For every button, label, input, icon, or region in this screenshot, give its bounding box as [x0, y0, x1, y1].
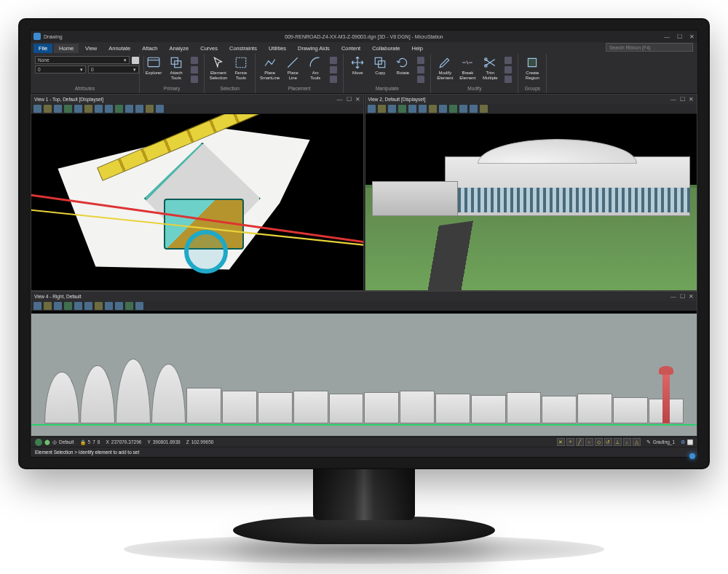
tab-utilities[interactable]: Utilities [264, 44, 291, 53]
view-tool-icon[interactable] [135, 105, 143, 113]
view-4-maximize-icon[interactable]: ☐ [680, 293, 685, 300]
view-1-header[interactable]: View 1 - Top, Default [Displayset] — ☐ ✕ [31, 95, 363, 104]
tab-content[interactable]: Content [336, 44, 365, 53]
active-level-label[interactable]: Grading_1 [653, 439, 675, 445]
view-tool-icon[interactable] [368, 105, 376, 113]
modify-mini-3[interactable] [503, 75, 513, 84]
maximize-button[interactable]: ☐ [677, 33, 682, 40]
snap-btn[interactable]: △ [633, 438, 641, 446]
tab-file[interactable]: File [33, 44, 52, 53]
modify-mini-2[interactable] [503, 65, 513, 74]
ribbon-search-input[interactable]: Search Ribbon (F4) [606, 43, 693, 52]
view-tool-icon[interactable] [74, 302, 82, 310]
snap-btn[interactable]: ＋ [566, 438, 574, 446]
rotate-button[interactable]: Rotate [393, 56, 412, 76]
view-tool-icon[interactable] [388, 105, 396, 113]
modify-mini-1[interactable] [503, 56, 513, 65]
view-tool-icon[interactable] [54, 105, 62, 113]
fence-tools-button[interactable]: Fence Tools [232, 56, 250, 80]
attach-tools-button[interactable]: Attach Tools [167, 56, 186, 80]
view-tool-icon[interactable] [95, 105, 103, 113]
view-2-close-icon[interactable]: ✕ [689, 96, 694, 103]
tab-home[interactable]: Home [54, 44, 79, 53]
view-tool-icon[interactable] [64, 302, 72, 310]
minimize-button[interactable]: — [664, 33, 670, 40]
tab-analyze[interactable]: Analyze [165, 44, 194, 53]
view-tool-icon[interactable] [33, 105, 41, 113]
settings-icon[interactable]: ⚙ [681, 439, 685, 445]
manip-mini-3[interactable] [416, 75, 426, 84]
tab-view[interactable]: View [80, 44, 102, 53]
manip-mini-2[interactable] [416, 65, 426, 74]
linestyle-dropdown[interactable]: 0▾ [35, 65, 86, 73]
placement-mini-1[interactable] [328, 56, 339, 65]
place-smartline-button[interactable]: Place SmartLine [260, 56, 280, 80]
view-tool-icon[interactable] [95, 302, 103, 310]
level-dropdown[interactable]: None▾ [35, 56, 130, 64]
mini-tool-2[interactable] [189, 65, 199, 74]
arc-tools-button[interactable]: Arc Tools [306, 56, 325, 80]
trim-multiple-button[interactable]: Trim Multiple [480, 56, 499, 80]
close-button[interactable]: ✕ [689, 33, 695, 40]
view-tool-icon[interactable] [64, 105, 72, 113]
view-tool-icon[interactable] [398, 105, 406, 113]
tab-annotate[interactable]: Annotate [103, 44, 135, 53]
view-tool-icon[interactable] [125, 302, 133, 310]
snap-btn[interactable]: ⟂ [623, 438, 631, 446]
view-tool-icon[interactable] [378, 105, 386, 113]
view-4-canvas[interactable] [31, 311, 697, 436]
view-tool-icon[interactable] [33, 302, 41, 310]
view-1-minimize-icon[interactable]: — [337, 96, 343, 103]
place-line-button[interactable]: Place Line [283, 56, 302, 80]
placement-mini-2[interactable] [328, 65, 339, 74]
view-4-close-icon[interactable]: ✕ [689, 293, 694, 300]
view-tool-icon[interactable] [84, 105, 92, 113]
view-tool-icon[interactable] [74, 105, 82, 113]
view-2-header[interactable]: View 2, Default [Displayset] — ☐ ✕ [365, 95, 697, 104]
view-1-canvas[interactable] [31, 114, 363, 290]
view-tool-icon[interactable] [439, 105, 447, 113]
tab-drawing-aids[interactable]: Drawing Aids [293, 44, 335, 53]
view-2-minimize-icon[interactable]: — [670, 96, 676, 103]
disk-icon[interactable]: ⬜ [687, 439, 693, 445]
snap-btn[interactable]: ✕ [557, 438, 565, 446]
mini-tool-1[interactable] [189, 56, 199, 65]
view-tool-icon[interactable] [429, 105, 437, 113]
snap-btn[interactable]: ○ [585, 438, 593, 446]
create-region-button[interactable]: Create Region [523, 56, 542, 80]
tab-help[interactable]: Help [407, 44, 428, 53]
element-selection-button[interactable]: Element Selection [209, 56, 228, 80]
locks-icon[interactable]: 🔒 [80, 439, 86, 445]
manip-mini-1[interactable] [416, 56, 426, 65]
mini-tool-3[interactable] [189, 75, 199, 84]
view-tool-icon[interactable] [54, 302, 62, 310]
explorer-button[interactable]: Explorer [144, 56, 163, 76]
view-tool-icon[interactable] [105, 302, 113, 310]
snap-btn[interactable]: ╱ [576, 438, 584, 446]
view-tool-icon[interactable] [459, 105, 467, 113]
view-tool-icon[interactable] [156, 105, 164, 113]
view-tool-icon[interactable] [449, 105, 457, 113]
view-tool-icon[interactable] [135, 302, 143, 310]
move-button[interactable]: Move [348, 56, 367, 76]
snap-btn[interactable]: ↺ [604, 438, 612, 446]
view-2-canvas[interactable] [365, 114, 697, 290]
placement-mini-3[interactable] [328, 75, 339, 84]
view-tool-icon[interactable] [470, 105, 478, 113]
view-tool-icon[interactable] [408, 105, 416, 113]
view-1-close-icon[interactable]: ✕ [355, 96, 360, 103]
view-4-minimize-icon[interactable]: — [670, 293, 676, 300]
view-1-maximize-icon[interactable]: ☐ [347, 96, 352, 103]
view-tool-icon[interactable] [105, 105, 113, 113]
snap-btn[interactable]: ◇ [595, 438, 603, 446]
weight-dropdown[interactable]: 0▾ [88, 65, 139, 73]
view-tool-icon[interactable] [44, 105, 52, 113]
view-2-maximize-icon[interactable]: ☐ [680, 96, 685, 103]
snap-mode-button[interactable]: ◎ [52, 439, 57, 445]
view-tool-icon[interactable] [146, 105, 154, 113]
view-tool-icon[interactable] [115, 302, 123, 310]
view-tool-icon[interactable] [480, 105, 488, 113]
snap-btn[interactable]: ⊥ [614, 438, 622, 446]
tab-curves[interactable]: Curves [195, 44, 223, 53]
view-tool-icon[interactable] [115, 105, 123, 113]
